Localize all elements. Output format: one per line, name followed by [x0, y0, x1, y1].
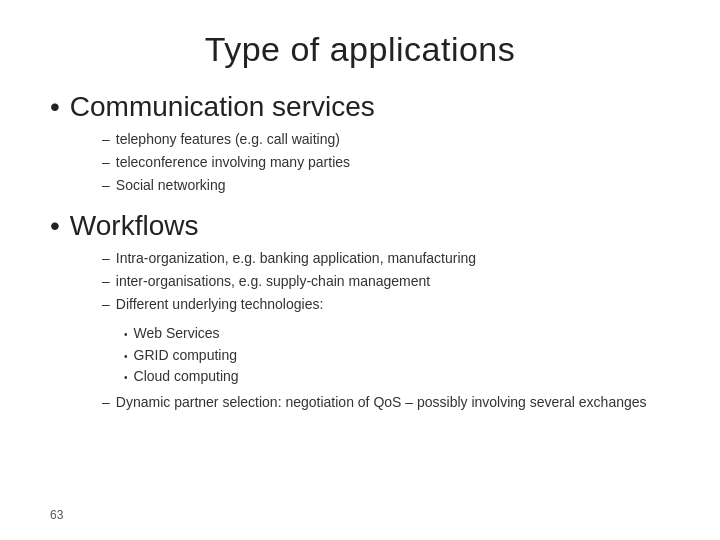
- sub-item-text: Different underlying technologies:: [116, 294, 324, 315]
- slide: Type of applications • Communication ser…: [0, 0, 720, 540]
- sub-item-text: inter-organisations, e.g. supply-chain m…: [116, 271, 430, 292]
- list-item: • GRID computing: [124, 345, 239, 367]
- page-number: 63: [50, 508, 63, 522]
- list-item: • Web Services: [124, 323, 239, 345]
- nested-item-text: GRID computing: [134, 345, 237, 367]
- sub-list-communication: – telephony features (e.g. call waiting)…: [102, 129, 670, 196]
- bullet-header-communication: • Communication services: [50, 91, 670, 123]
- slide-title: Type of applications: [50, 30, 670, 69]
- nested-item-text: Cloud computing: [134, 366, 239, 388]
- sub-item-text: telephony features (e.g. call waiting): [116, 129, 340, 150]
- list-item: – inter-organisations, e.g. supply-chain…: [102, 271, 670, 292]
- nested-list-technologies: • Web Services • GRID computing • Cloud …: [124, 323, 239, 388]
- sub-list-workflows: – Intra-organization, e.g. banking appli…: [102, 248, 670, 413]
- list-item: – Different underlying technologies: • W…: [102, 294, 670, 390]
- list-item: • Cloud computing: [124, 366, 239, 388]
- heading-communication: Communication services: [70, 91, 375, 123]
- bullet-dot-workflows: •: [50, 212, 60, 240]
- sub-item-text: Social networking: [116, 175, 226, 196]
- list-item: – Social networking: [102, 175, 670, 196]
- nested-item-text: Web Services: [134, 323, 220, 345]
- list-item: – telephony features (e.g. call waiting): [102, 129, 670, 150]
- list-item: – Dynamic partner selection: negotiation…: [102, 392, 670, 413]
- list-item: – Intra-organization, e.g. banking appli…: [102, 248, 670, 269]
- bullet-dot-communication: •: [50, 93, 60, 121]
- list-item: – teleconference involving many parties: [102, 152, 670, 173]
- section-communication: • Communication services – telephony fea…: [50, 91, 670, 196]
- section-workflows: • Workflows – Intra-organization, e.g. b…: [50, 210, 670, 413]
- heading-workflows: Workflows: [70, 210, 199, 242]
- bullet-header-workflows: • Workflows: [50, 210, 670, 242]
- sub-item-text: Intra-organization, e.g. banking applica…: [116, 248, 476, 269]
- sub-item-text: teleconference involving many parties: [116, 152, 350, 173]
- sub-item-text: Dynamic partner selection: negotiation o…: [116, 392, 647, 413]
